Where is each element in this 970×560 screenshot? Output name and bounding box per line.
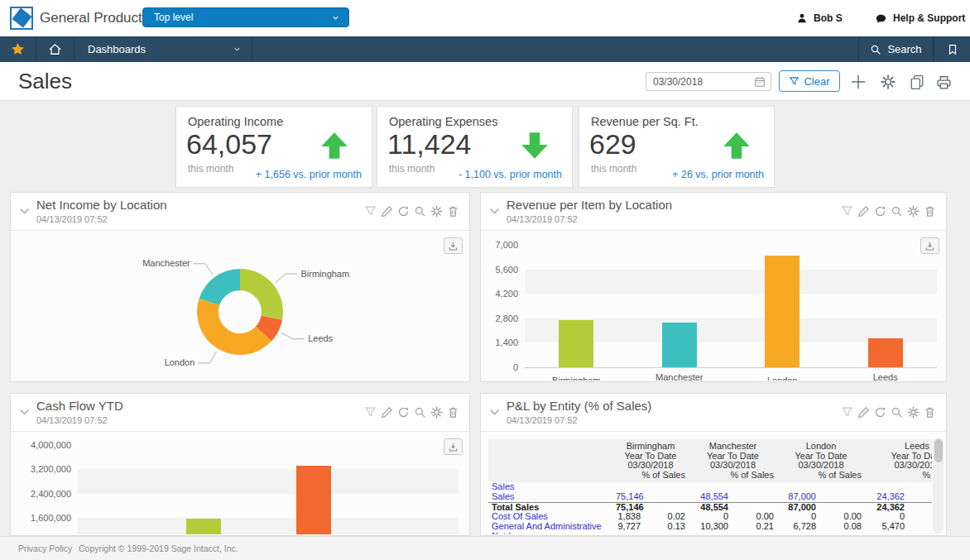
pnl-table: BirminghamYear To Date03/30/2018% of Sal… bbox=[488, 439, 932, 534]
row-value bbox=[865, 482, 908, 492]
bar-london[interactable] bbox=[765, 256, 800, 367]
bookmark-button[interactable] bbox=[934, 36, 970, 62]
chart-band bbox=[78, 469, 459, 493]
navbar-spacer bbox=[252, 36, 858, 62]
export-download-icon[interactable] bbox=[920, 237, 939, 254]
zoom-search-icon[interactable] bbox=[891, 205, 903, 218]
trash-icon[interactable] bbox=[924, 406, 936, 419]
export-download-icon[interactable] bbox=[444, 438, 463, 455]
filter-funnel-icon[interactable] bbox=[364, 406, 377, 419]
row-label[interactable]: Sales bbox=[488, 492, 612, 502]
date-input[interactable] bbox=[646, 76, 754, 88]
row-value: 75,146 bbox=[612, 502, 644, 512]
gear-icon[interactable] bbox=[907, 205, 920, 218]
row-value: 24,362 bbox=[865, 502, 908, 512]
clear-label: Clear bbox=[804, 75, 829, 88]
clear-filter-button[interactable]: Clear bbox=[779, 70, 840, 92]
bar-0[interactable] bbox=[186, 519, 221, 534]
edit-pencil-icon[interactable] bbox=[381, 406, 393, 419]
page-title: Sales bbox=[18, 62, 72, 100]
user-name: Bob S bbox=[814, 12, 843, 24]
edit-pencil-icon[interactable] bbox=[857, 205, 870, 218]
filter-funnel-icon[interactable] bbox=[364, 205, 377, 218]
privacy-policy-link[interactable]: Privacy Policy bbox=[18, 543, 72, 553]
refresh-icon[interactable] bbox=[874, 205, 886, 218]
trash-icon[interactable] bbox=[447, 205, 459, 218]
bar-leeds[interactable] bbox=[868, 338, 903, 367]
calendar-icon[interactable] bbox=[754, 76, 766, 88]
bar-manchester[interactable] bbox=[662, 323, 697, 367]
dashboards-menu[interactable]: Dashboards bbox=[74, 36, 252, 62]
donut-slice-birmingham[interactable] bbox=[240, 269, 283, 320]
zoom-search-icon[interactable] bbox=[891, 406, 903, 419]
date-filter-field bbox=[646, 72, 771, 91]
row-value[interactable]: 48,554 bbox=[689, 492, 732, 502]
row-value bbox=[908, 522, 932, 532]
row-value bbox=[819, 502, 865, 512]
favorites-button[interactable] bbox=[0, 36, 36, 62]
bar-2[interactable] bbox=[296, 466, 331, 534]
chevron-down-icon bbox=[233, 45, 242, 54]
panel-cash-flow-ytd: Cash Flow YTD 04/13/2019 07:52 0800,0001… bbox=[10, 393, 470, 536]
edit-pencil-icon[interactable] bbox=[857, 406, 870, 419]
zoom-search-icon[interactable] bbox=[414, 205, 426, 218]
kpi-card-operating-income: Operating Income 64,057 this month + 1,6… bbox=[175, 106, 372, 188]
row-value bbox=[732, 492, 777, 502]
scrollbar-thumb[interactable] bbox=[934, 439, 943, 462]
collapse-chevron-icon[interactable] bbox=[489, 408, 501, 418]
row-label[interactable]: Net Income bbox=[488, 532, 612, 534]
bar-birmingham[interactable] bbox=[559, 320, 593, 367]
gear-icon[interactable] bbox=[430, 205, 443, 218]
row-label[interactable]: Cost Of Sales bbox=[488, 512, 612, 522]
refresh-icon[interactable] bbox=[397, 205, 410, 218]
row-value bbox=[612, 482, 644, 492]
collapse-chevron-icon[interactable] bbox=[489, 207, 501, 217]
gear-icon[interactable] bbox=[430, 406, 443, 419]
filter-funnel-icon[interactable] bbox=[841, 406, 853, 419]
row-value[interactable]: 75,146 bbox=[612, 492, 644, 502]
cashflow-bar-chart: 0800,0001,600,0002,400,0003,200,0004,000… bbox=[12, 433, 468, 534]
help-support-menu[interactable]: Help & Support bbox=[875, 0, 965, 36]
collapse-chevron-icon[interactable] bbox=[19, 207, 31, 217]
x-axis-label: Birmingham bbox=[535, 376, 617, 381]
row-value bbox=[644, 532, 689, 534]
collapse-chevron-icon[interactable] bbox=[19, 408, 31, 418]
table-row: General And Administrative9,7270.1310,30… bbox=[488, 522, 932, 532]
panel-actions bbox=[364, 406, 459, 419]
gear-icon bbox=[881, 74, 896, 89]
edit-pencil-icon[interactable] bbox=[381, 205, 393, 218]
row-value: 0.00 bbox=[819, 512, 865, 522]
entity-selector-dropdown[interactable]: Top level bbox=[142, 7, 349, 27]
refresh-icon[interactable] bbox=[397, 406, 410, 419]
page-footer: Privacy Policy Copyright © 1999-2019 Sag… bbox=[0, 536, 970, 560]
row-label[interactable]: Sales bbox=[488, 482, 612, 492]
refresh-icon[interactable] bbox=[874, 406, 886, 419]
trash-icon[interactable] bbox=[924, 205, 936, 218]
export-download-icon[interactable] bbox=[444, 237, 463, 254]
kpi-delta: - 1,100 vs. prior month bbox=[459, 169, 562, 180]
header-group-london: LondonYear To Date03/30/2018% of Sales bbox=[777, 439, 865, 482]
search-button[interactable]: Search bbox=[858, 36, 934, 62]
print-button[interactable] bbox=[934, 73, 953, 91]
donut-slice-manchester[interactable] bbox=[199, 269, 240, 305]
copy-dashboard-button[interactable] bbox=[908, 73, 926, 91]
main-navbar: Dashboards Search bbox=[0, 36, 970, 62]
callout-line bbox=[281, 333, 305, 338]
gear-icon[interactable] bbox=[907, 406, 920, 419]
row-value bbox=[908, 532, 932, 534]
trash-icon[interactable] bbox=[447, 406, 459, 419]
entity-selector-label: Top level bbox=[154, 12, 193, 23]
table-row: Sales bbox=[488, 482, 932, 492]
row-value bbox=[908, 482, 932, 492]
row-value[interactable]: 24,362 bbox=[865, 492, 908, 502]
filter-funnel-icon[interactable] bbox=[841, 205, 853, 218]
zoom-search-icon[interactable] bbox=[414, 406, 426, 419]
row-label[interactable]: General And Administrative bbox=[488, 522, 612, 532]
user-menu[interactable]: Bob S bbox=[796, 0, 843, 36]
add-component-button[interactable] bbox=[849, 73, 867, 91]
home-button[interactable] bbox=[36, 36, 74, 62]
copyright-text: Copyright © 1999-2019 Sage Intacct, Inc. bbox=[79, 543, 238, 553]
header-group-manchester: ManchesterYear To Date03/30/2018% of Sal… bbox=[689, 439, 777, 482]
row-value[interactable]: 87,000 bbox=[777, 492, 819, 502]
settings-button[interactable] bbox=[879, 73, 897, 91]
